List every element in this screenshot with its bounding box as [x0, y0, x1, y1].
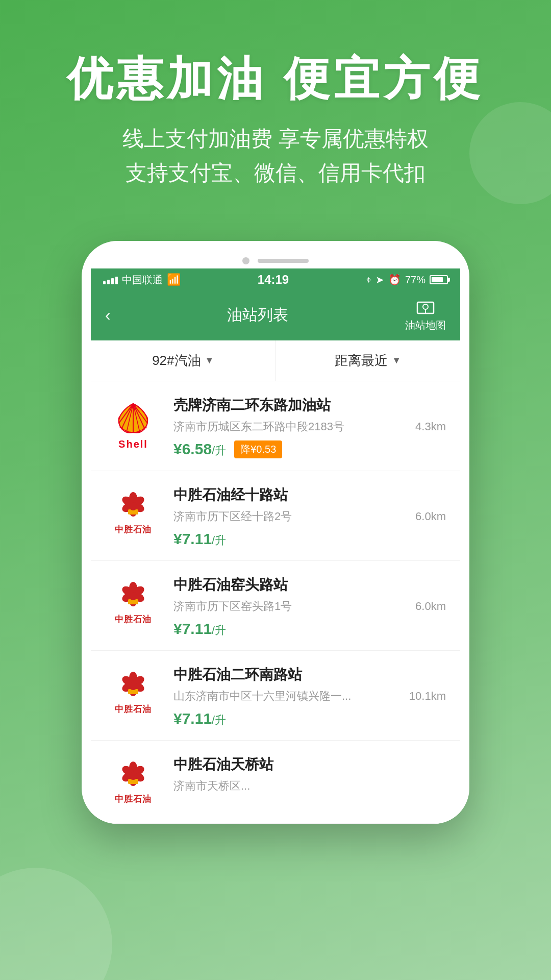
- hero-section: 优惠加油 便宜方便 线上支付加油费 享专属优惠特权 支持支付宝、微信、信用卡代扣: [0, 0, 551, 220]
- station-info: 中胜石油二环南路站 山东济南市中区十六里河镇兴隆一... 10.1km ¥7.1…: [173, 665, 446, 728]
- station-distance: 10.1km: [409, 690, 446, 703]
- battery-icon: [430, 275, 448, 284]
- station-address: 山东济南市中区十六里河镇兴隆一...: [173, 689, 403, 704]
- station-name: 中胜石油经十路站: [173, 485, 446, 505]
- station-list: Shell 壳牌济南二环东路加油站 济南市历城区东二环路中段2183号 4.3k…: [91, 381, 460, 824]
- station-price: ¥7.11/升: [173, 710, 226, 728]
- phone-mockup: 中国联通 📶 14:19 ⌖ ➤ ⏰ 77% ‹ 油站列表: [82, 241, 469, 980]
- sort-dropdown-arrow: ▼: [392, 355, 401, 366]
- svg-point-33: [129, 682, 137, 690]
- station-address: 济南市天桥区...: [173, 778, 440, 794]
- station-list-item[interactable]: 中胜石油 中胜石油窑头路站 济南市历下区窑头路1号 6.0km ¥7.11/升: [91, 561, 460, 651]
- station-logo-container: Shell: [105, 396, 161, 452]
- phone-camera: [242, 257, 249, 264]
- station-price: ¥7.11/升: [173, 620, 226, 638]
- back-button[interactable]: ‹: [105, 306, 111, 325]
- station-name: 壳牌济南二环东路加油站: [173, 396, 446, 415]
- filter-bar: 92#汽油 ▼ 距离最近 ▼: [91, 340, 460, 381]
- zhongsheng-logo: 中胜石油: [115, 582, 152, 625]
- station-logo-container: 中胜石油: [105, 575, 161, 631]
- sort-filter[interactable]: 距离最近 ▼: [276, 340, 461, 381]
- wifi-icon: 📶: [167, 273, 181, 286]
- station-list-item[interactable]: 中胜石油 中胜石油经十路站 济南市历下区经十路2号 6.0km ¥7.11/升: [91, 471, 460, 561]
- station-address: 济南市历城区东二环路中段2183号: [173, 419, 409, 434]
- nav-bar: ‹ 油站列表 油站地图: [91, 290, 460, 340]
- status-time: 14:19: [258, 273, 289, 287]
- nav-title: 油站列表: [227, 305, 288, 326]
- station-name: 中胜石油二环南路站: [173, 665, 446, 684]
- fuel-type-filter[interactable]: 92#汽油 ▼: [91, 340, 276, 381]
- station-info: 中胜石油天桥站 济南市天桥区...: [173, 755, 446, 800]
- svg-point-25: [129, 592, 137, 600]
- station-list-item[interactable]: 中胜石油 中胜石油二环南路站 山东济南市中区十六里河镇兴隆一... 10.1km…: [91, 651, 460, 741]
- station-distance: 6.0km: [415, 600, 446, 613]
- discount-badge: 降¥0.53: [234, 440, 282, 458]
- fuel-type-dropdown-arrow: ▼: [205, 355, 214, 366]
- alarm-icon: ⏰: [388, 274, 401, 286]
- station-list-item[interactable]: 中胜石油 中胜石油天桥站 济南市天桥区...: [91, 741, 460, 824]
- station-info: 壳牌济南二环东路加油站 济南市历城区东二环路中段2183号 4.3km ¥6.5…: [173, 396, 446, 458]
- location-icon: ⌖: [366, 274, 371, 286]
- signal-icon: [103, 275, 118, 284]
- svg-point-17: [129, 502, 137, 510]
- map-view-button[interactable]: 油站地图: [405, 298, 446, 332]
- station-address: 济南市历下区经十路2号: [173, 509, 409, 524]
- zhongsheng-logo: 中胜石油: [115, 762, 152, 805]
- station-price: ¥7.11/升: [173, 530, 226, 548]
- navigate-icon: ➤: [375, 274, 384, 286]
- battery-percent: 77%: [405, 274, 425, 286]
- station-address: 济南市历下区窑头路1号: [173, 599, 409, 614]
- map-button-label: 油站地图: [405, 318, 446, 332]
- status-bar: 中国联通 📶 14:19 ⌖ ➤ ⏰ 77%: [91, 268, 460, 290]
- station-name: 中胜石油窑头路站: [173, 575, 446, 595]
- station-name: 中胜石油天桥站: [173, 755, 446, 774]
- station-logo-container: 中胜石油: [105, 755, 161, 811]
- zhongsheng-logo: 中胜石油: [115, 492, 152, 535]
- svg-point-1: [423, 304, 428, 309]
- station-price: ¥6.58/升: [173, 440, 226, 458]
- station-distance: 4.3km: [415, 420, 446, 433]
- station-distance: 6.0km: [415, 510, 446, 523]
- hero-title: 优惠加油 便宜方便: [31, 51, 520, 106]
- zhongsheng-logo: 中胜石油: [115, 672, 152, 715]
- hero-subtitle: 线上支付加油费 享专属优惠特权 支持支付宝、微信、信用卡代扣: [31, 121, 520, 190]
- station-info: 中胜石油经十路站 济南市历下区经十路2号 6.0km ¥7.11/升: [173, 485, 446, 548]
- station-info: 中胜石油窑头路站 济南市历下区窑头路1号 6.0km ¥7.11/升: [173, 575, 446, 638]
- station-logo-container: 中胜石油: [105, 485, 161, 542]
- shell-logo: Shell: [113, 398, 154, 450]
- phone-top-bar: [91, 251, 460, 268]
- station-list-item[interactable]: Shell 壳牌济南二环东路加油站 济南市历城区东二环路中段2183号 4.3k…: [91, 381, 460, 471]
- carrier-label: 中国联通: [122, 273, 163, 287]
- svg-point-41: [129, 772, 137, 780]
- station-logo-container: 中胜石油: [105, 665, 161, 721]
- phone-speaker: [258, 259, 309, 263]
